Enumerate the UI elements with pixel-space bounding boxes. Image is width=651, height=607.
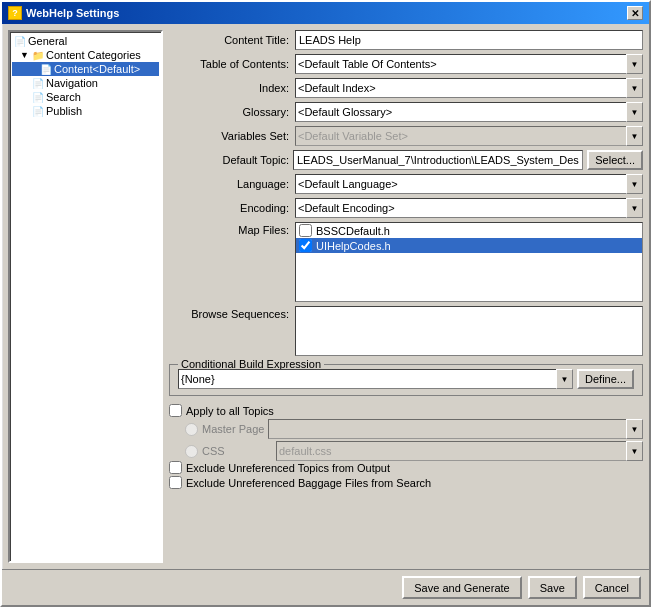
encoding-select-wrapper: <Default Encoding> ▼	[295, 198, 643, 218]
cancel-button[interactable]: Cancel	[583, 576, 641, 599]
glossary-row: Glossary: <Default Glossary> ▼	[169, 102, 643, 122]
cond-build-select[interactable]: {None}	[178, 369, 573, 389]
tree-item-navigation[interactable]: 📄 Navigation	[12, 76, 159, 90]
tree-item-content-categories[interactable]: ▼ 📁 Content Categories	[12, 48, 159, 62]
toc-select[interactable]: <Default Table Of Contents>	[295, 54, 643, 74]
language-select-wrapper: <Default Language> ▼	[295, 174, 643, 194]
define-button[interactable]: Define...	[577, 369, 634, 389]
window-title: WebHelp Settings	[26, 7, 119, 19]
index-select[interactable]: <Default Index>	[295, 78, 643, 98]
css-row: CSS default.css ▼	[185, 441, 643, 461]
map-file-item-ui[interactable]: UIHelpCodes.h	[296, 238, 642, 253]
css-select[interactable]: default.css	[276, 441, 643, 461]
tree-item-search[interactable]: 📄 Search	[12, 90, 159, 104]
master-page-row: Master Page ▼	[185, 419, 643, 439]
toc-row: Table of Contents: <Default Table Of Con…	[169, 54, 643, 74]
map-files-list: BSSCDefault.h UIHelpCodes.h	[295, 222, 643, 302]
content-title-input[interactable]	[295, 30, 643, 50]
tree-item-general[interactable]: 📄 General	[12, 34, 159, 48]
folder-icon: 📁	[32, 50, 44, 61]
default-topic-row: Default Topic: Select...	[169, 150, 643, 170]
tree-item-publish[interactable]: 📄 Publish	[12, 104, 159, 118]
cond-build-select-wrapper: {None} ▼	[178, 369, 573, 389]
browse-sequences-area[interactable]	[295, 306, 643, 356]
window-icon: ?	[8, 6, 22, 20]
map-file-label-ui: UIHelpCodes.h	[316, 240, 391, 252]
close-button[interactable]: ✕	[627, 6, 643, 20]
tree-item-content-default[interactable]: 📄 Content<Default>	[12, 62, 159, 76]
master-page-label: Master Page	[202, 423, 264, 435]
exclude-baggage-row: Exclude Unreferenced Baggage Files from …	[169, 476, 643, 489]
page-icon: 📄	[14, 36, 26, 47]
map-files-row: Map Files: BSSCDefault.h UIHelpCodes.h	[169, 222, 643, 302]
expand-icon: ▼	[20, 50, 30, 60]
settings-panel: Content Title: Table of Contents: <Defau…	[169, 30, 643, 563]
apply-to-all-row: Apply to all Topics	[169, 404, 643, 417]
button-bar: Save and Generate Save Cancel	[2, 569, 649, 605]
css-select-wrapper: default.css ▼	[276, 441, 643, 461]
css-radio[interactable]	[185, 445, 198, 458]
tree-panel: 📄 General ▼ 📁 Content Categories 📄 Conte…	[8, 30, 163, 563]
apply-to-all-checkbox[interactable]	[169, 404, 182, 417]
checkbox-section: Apply to all Topics Master Page ▼	[169, 404, 643, 491]
page-icon2: 📄	[40, 64, 52, 75]
page-icon4: 📄	[32, 92, 44, 103]
map-file-label-bssc: BSSCDefault.h	[316, 225, 390, 237]
page-icon3: 📄	[32, 78, 44, 89]
variables-set-select-wrapper: <Default Variable Set> ▼	[295, 126, 643, 146]
toc-select-wrapper: <Default Table Of Contents> ▼	[295, 54, 643, 74]
index-select-wrapper: <Default Index> ▼	[295, 78, 643, 98]
encoding-select[interactable]: <Default Encoding>	[295, 198, 643, 218]
map-files-label: Map Files:	[169, 222, 289, 236]
language-select[interactable]: <Default Language>	[295, 174, 643, 194]
content-title-row: Content Title:	[169, 30, 643, 50]
select-button[interactable]: Select...	[587, 150, 643, 170]
glossary-label: Glossary:	[169, 106, 289, 118]
exclude-unreferenced-checkbox[interactable]	[169, 461, 182, 474]
cond-build-section: Conditional Build Expression {None} ▼ De…	[169, 364, 643, 396]
index-label: Index:	[169, 82, 289, 94]
map-file-checkbox-bssc[interactable]	[299, 224, 312, 237]
master-page-select-wrapper: ▼	[268, 419, 643, 439]
default-topic-label: Default Topic:	[169, 154, 289, 166]
apply-to-all-label: Apply to all Topics	[186, 405, 274, 417]
variables-set-select[interactable]: <Default Variable Set>	[295, 126, 643, 146]
toc-label: Table of Contents:	[169, 58, 289, 70]
exclude-unreferenced-row: Exclude Unreferenced Topics from Output	[169, 461, 643, 474]
cond-build-row: {None} ▼ Define...	[178, 369, 634, 389]
save-and-generate-button[interactable]: Save and Generate	[402, 576, 521, 599]
radio-group: Master Page ▼ CSS defa	[185, 419, 643, 461]
exclude-baggage-checkbox[interactable]	[169, 476, 182, 489]
glossary-select-wrapper: <Default Glossary> ▼	[295, 102, 643, 122]
map-file-checkbox-ui[interactable]	[299, 239, 312, 252]
variables-set-label: Variables Set:	[169, 130, 289, 142]
language-label: Language:	[169, 178, 289, 190]
browse-sequences-row: Browse Sequences:	[169, 306, 643, 356]
window: ? WebHelp Settings ✕ 📄 General ▼ 📁 Conte…	[0, 0, 651, 607]
master-page-radio[interactable]	[185, 423, 198, 436]
page-icon5: 📄	[32, 106, 44, 117]
glossary-select[interactable]: <Default Glossary>	[295, 102, 643, 122]
language-row: Language: <Default Language> ▼	[169, 174, 643, 194]
index-row: Index: <Default Index> ▼	[169, 78, 643, 98]
browse-sequences-label: Browse Sequences:	[169, 306, 289, 320]
exclude-unreferenced-label: Exclude Unreferenced Topics from Output	[186, 462, 390, 474]
encoding-row: Encoding: <Default Encoding> ▼	[169, 198, 643, 218]
content-title-label: Content Title:	[169, 34, 289, 46]
save-button[interactable]: Save	[528, 576, 577, 599]
css-label: CSS	[202, 445, 272, 457]
exclude-baggage-label: Exclude Unreferenced Baggage Files from …	[186, 477, 431, 489]
title-bar: ? WebHelp Settings ✕	[2, 2, 649, 24]
master-page-select[interactable]	[268, 419, 643, 439]
encoding-label: Encoding:	[169, 202, 289, 214]
default-topic-input[interactable]	[293, 150, 583, 170]
map-file-item-bssc[interactable]: BSSCDefault.h	[296, 223, 642, 238]
variables-set-row: Variables Set: <Default Variable Set> ▼	[169, 126, 643, 146]
content-area: 📄 General ▼ 📁 Content Categories 📄 Conte…	[2, 24, 649, 569]
